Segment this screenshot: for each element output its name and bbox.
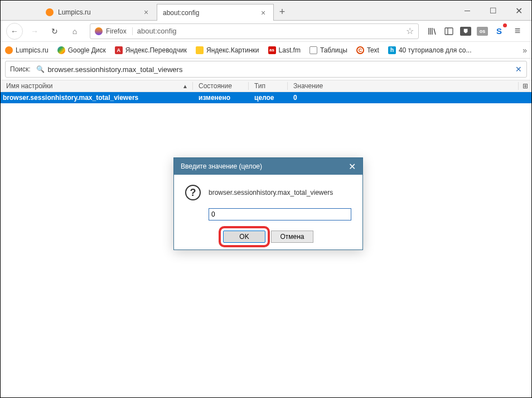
dialog-label: browser.sessionhistory.max_total_viewers — [209, 189, 333, 196]
search-input[interactable] — [48, 65, 515, 74]
lastfm-icon: as — [268, 46, 276, 54]
col-name[interactable]: Имя настройки▲ — [6, 82, 193, 90]
habr-icon: h — [388, 46, 396, 54]
extension-os-icon[interactable]: os — [476, 25, 489, 38]
bookmark-yandex-images[interactable]: Яндекс.Картинки — [196, 46, 259, 54]
tab-aboutconfig[interactable]: about:config × — [157, 4, 274, 21]
minimize-button[interactable]: ─ — [454, 1, 480, 21]
bookmark-googledisk[interactable]: Google Диск — [57, 46, 106, 54]
cell-type: целое — [249, 94, 288, 102]
address-bar[interactable]: Firefox about:config ☆ — [90, 23, 419, 39]
prompt-dialog: Введите значение (целое) ✕ ? browser.ses… — [173, 157, 363, 250]
folder-icon — [309, 46, 317, 54]
column-picker-icon[interactable]: ⊞ — [518, 82, 531, 90]
maximize-button[interactable]: ☐ — [480, 1, 506, 21]
bookmark-text[interactable]: CText — [356, 46, 379, 54]
table-header: Имя настройки▲ Состояние Тип Значение ⊞ — [1, 80, 531, 92]
text-icon: C — [356, 46, 364, 54]
bookmark-star-icon[interactable]: ☆ — [406, 26, 414, 36]
yandex-translate-icon: A — [115, 46, 123, 54]
cell-name: browser.sessionhistory.max_total_viewers — [3, 94, 193, 102]
product-label: Firefox — [106, 27, 127, 35]
close-icon[interactable]: × — [142, 8, 151, 17]
search-icon: 🔍 — [36, 65, 45, 73]
ok-button[interactable]: OK — [223, 231, 265, 243]
reload-button[interactable]: ↻ — [46, 23, 63, 40]
close-icon[interactable]: × — [259, 8, 268, 17]
question-icon: ? — [185, 185, 201, 200]
bookmarks-bar: Lumpics.ru Google Диск AЯндекс.Переводчи… — [1, 42, 531, 59]
svg-rect-0 — [445, 28, 453, 35]
bookmark-tutorials[interactable]: h40 туториалов для со... — [388, 46, 472, 54]
library-icon[interactable] — [425, 25, 439, 38]
bookmark-lastfm[interactable]: asLast.fm — [268, 46, 301, 54]
cell-state: изменено — [193, 94, 249, 102]
tab-lumpics[interactable]: Lumpics.ru × — [40, 3, 157, 20]
dialog-body: ? browser.sessionhistory.max_total_viewe… — [174, 175, 362, 250]
nav-toolbar: ← → ↻ ⌂ Firefox about:config ☆ ⛊ os S ≡ — [1, 21, 531, 42]
url-text: about:config — [137, 27, 406, 35]
back-button[interactable]: ← — [6, 23, 23, 40]
col-value[interactable]: Значение — [288, 82, 518, 90]
dialog-title: Введите значение (целое) — [181, 162, 262, 170]
col-state[interactable]: Состояние — [193, 82, 249, 90]
sort-asc-icon: ▲ — [182, 83, 188, 89]
sidebar-icon[interactable] — [442, 25, 456, 38]
gdrive-icon — [57, 46, 65, 54]
lumpics-icon — [5, 46, 13, 54]
bookmark-lumpics[interactable]: Lumpics.ru — [5, 46, 49, 54]
forward-button[interactable]: → — [26, 23, 43, 40]
new-tab-button[interactable]: + — [274, 3, 291, 20]
cell-value: 0 — [288, 94, 531, 102]
yandex-images-icon — [196, 46, 204, 54]
menu-button[interactable]: ≡ — [509, 23, 526, 40]
tab-label: about:config — [163, 9, 254, 17]
config-search-bar: Поиск: 🔍 ✕ — [5, 61, 527, 78]
window-close-button[interactable]: ✕ — [506, 1, 531, 21]
window-controls: ─ ☐ ✕ — [454, 1, 531, 21]
firefox-icon — [95, 27, 103, 35]
home-button[interactable]: ⌂ — [66, 23, 83, 40]
cancel-button[interactable]: Отмена — [271, 231, 313, 243]
tab-label: Lumpics.ru — [58, 8, 137, 16]
bookmark-yandex-translate[interactable]: AЯндекс.Переводчик — [115, 46, 187, 54]
bookmark-tables[interactable]: Таблицы — [309, 46, 347, 54]
identity-box[interactable]: Firefox — [95, 27, 133, 35]
title-bar: Lumpics.ru × about:config × + ─ ☐ ✕ — [1, 1, 531, 21]
table-row[interactable]: browser.sessionhistory.max_total_viewers… — [1, 92, 531, 103]
dialog-message: ? browser.sessionhistory.max_total_viewe… — [185, 185, 351, 200]
dialog-title-bar: Введите значение (целое) ✕ — [174, 158, 362, 175]
extension-s-icon[interactable]: S — [492, 25, 506, 38]
bookmarks-overflow-icon[interactable]: » — [523, 46, 527, 55]
search-label: Поиск: — [10, 65, 31, 73]
lumpics-favicon-icon — [46, 8, 54, 16]
dialog-input[interactable] — [209, 208, 351, 220]
dialog-buttons: OK Отмена — [185, 231, 351, 243]
dialog-close-icon[interactable]: ✕ — [349, 161, 356, 172]
clear-search-icon[interactable]: ✕ — [515, 65, 522, 74]
ublock-icon[interactable]: ⛊ — [459, 25, 472, 38]
col-type[interactable]: Тип — [249, 82, 288, 90]
